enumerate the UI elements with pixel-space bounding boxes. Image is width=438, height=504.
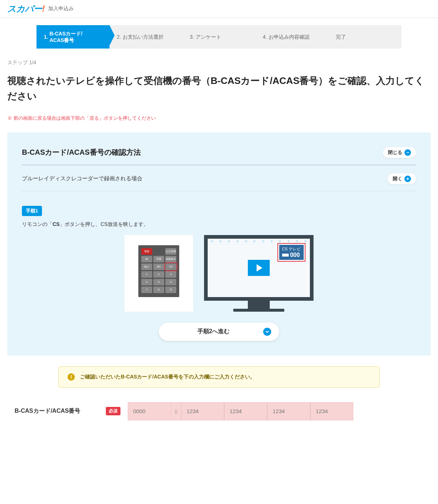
plus-icon: + [404,176,411,182]
alert-text: ご確認いただいたB-CASカード/ACAS番号を下の入力欄にご入力ください。 [80,374,255,380]
step-2: 2. お支払い方法選択 [110,25,182,49]
next-step-label: 手順2へ進む [167,328,260,335]
minus-icon: − [404,149,411,156]
open-subsection-button[interactable]: 開く + [388,173,416,184]
next-step-button[interactable]: 手順2へ進む [159,323,279,341]
subsection-title: ブルーレイディスクレコーダーで録画される場合 [22,175,142,182]
chevron-down-icon [263,328,271,336]
field-label: B-CASカード/ACAS番号 [15,407,80,415]
card-input-3[interactable] [224,402,267,420]
instruction-panel: B-CASカード/ACAS番号の確認方法 閉じる − ブルーレイディスクレコーダ… [7,132,431,355]
step-description: リモコンの「CS」ボタンを押し、CS放送を映します。 [22,221,416,228]
tv-illustration: CS テレビ 000 [204,235,314,312]
step-badge: 手順1 [22,206,42,216]
close-panel-button[interactable]: 閉じる − [383,147,416,158]
channel-label-highlight: CS テレビ 000 [277,243,306,262]
header-subtitle: 加入申込み [48,5,74,12]
input-separator-icon: ▯ [171,402,181,420]
card-number-inputs: ▯ [128,402,353,420]
close-label: 閉じる [388,149,402,156]
warning-icon: ! [68,373,75,381]
step-1: 1. B-CASカード/ACAS番号 [36,25,110,49]
step-indicator: ステップ 1/4 [7,59,431,66]
progress-stepper: 1. B-CASカード/ACAS番号 2. お支払い方法選択 3. アンケート … [36,25,402,49]
logo-text: スカパー [7,4,42,14]
play-icon [248,260,270,276]
back-warning: ※ 前の画面に戻る場合は画面下部の「戻る」ボタンを押してください [7,115,431,122]
remote-illustration: 電源入力切替 4K字幕画面表示 地上BSCS 123 456 789 [124,235,193,312]
card-input-2[interactable] [181,402,224,420]
open-label: 開く [393,176,402,182]
required-badge: 必須 [106,407,120,415]
card-input-4[interactable] [267,402,310,420]
page-title: 視聴されたいテレビを操作して受信機の番号（B-CASカード/ACAS番号）をご確… [7,73,431,104]
card-number-row: B-CASカード/ACAS番号 必須 ▯ [7,402,431,420]
step-3: 3. アンケート [182,25,256,49]
panel-title: B-CASカード/ACAS番号の確認方法 [22,147,141,157]
logo[interactable]: スカパー! [7,3,45,15]
logo-bang: ! [42,4,45,14]
input-alert: ! ご確認いただいたB-CASカード/ACAS番号を下の入力欄にご入力ください。 [58,366,380,388]
card-input-1[interactable] [128,402,171,420]
card-input-5[interactable] [310,402,353,420]
step-4: 4. お申込み内容確認 [256,25,328,49]
step-done: 完了 [328,25,402,49]
cs-button-highlight: CS [165,263,176,270]
